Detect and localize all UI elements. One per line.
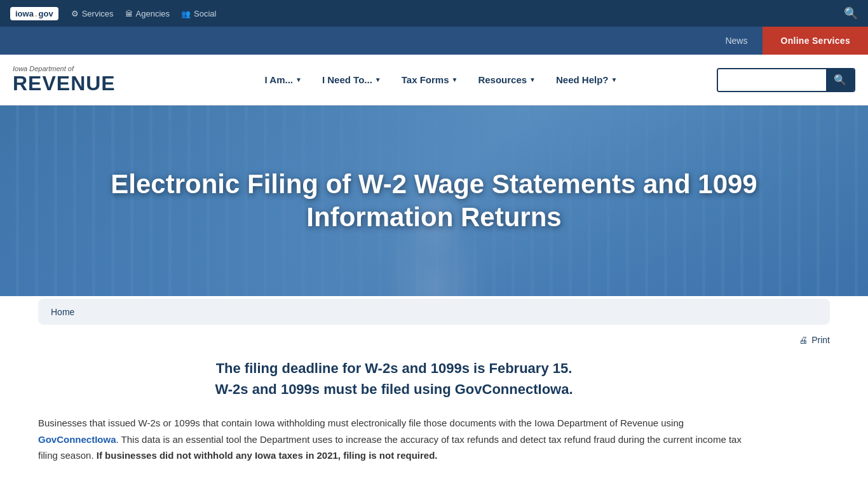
chevron-down-icon: ▼ [611,76,618,83]
search-icon-top[interactable]: 🔍 [844,6,858,20]
main-nav-links: I Am... ▼ I Need To... ▼ Tax Forms ▼ Res… [165,69,717,90]
nav-i-need-to-label: I Need To... [322,74,372,85]
nav-i-am[interactable]: I Am... ▼ [256,69,311,90]
nav-resources[interactable]: Resources ▼ [469,69,545,90]
chevron-down-icon: ▼ [529,76,536,83]
chevron-down-icon: ▼ [451,76,458,83]
services-nav-link[interactable]: Services [71,9,114,18]
online-services-button[interactable]: Online Services [763,27,868,55]
chevron-down-icon: ▼ [295,76,302,83]
bank-icon [125,9,133,18]
deadline-line2: W-2s and 1099s must be filed using GovCo… [38,379,750,400]
nav-need-help-label: Need Help? [556,74,609,85]
site-logo[interactable]: Iowa Department of Revenue [13,65,140,95]
nav-i-need-to[interactable]: I Need To... ▼ [313,69,390,90]
bold-warning: If businesses did not withhold any Iowa … [97,450,438,461]
hero-content: Electronic Filing of W-2 Wage Statements… [15,168,853,234]
search-button[interactable]: 🔍 [826,69,854,91]
agencies-nav-link[interactable]: Agencies [125,9,170,18]
body-paragraph: Businesses that issued W-2s or 1099s tha… [38,415,750,464]
print-icon [799,335,808,345]
nav-i-am-label: I Am... [265,74,293,85]
nav-resources-label: Resources [478,74,527,85]
top-bar-left: iowa.gov Services Agencies Social [10,7,216,20]
social-nav-link[interactable]: Social [181,9,216,18]
nav-tax-forms-label: Tax Forms [402,74,449,85]
print-row: Print [0,325,868,345]
top-bar: iowa.gov Services Agencies Social 🔍 [0,0,868,27]
hero-title: Electronic Filing of W-2 Wage Statements… [53,168,815,234]
print-label: Print [811,335,830,345]
top-bar-right: 🔍 [844,6,858,20]
body-before-link: Businesses that issued W-2s or 1099s tha… [38,417,684,428]
logo-dot: . [35,9,37,18]
deadline-line1: The filing deadline for W-2s and 1099s i… [38,358,750,379]
social-nav-label: Social [194,9,216,18]
top-bar-nav: Services Agencies Social [71,9,217,18]
nav-tax-forms[interactable]: Tax Forms ▼ [393,69,467,90]
breadcrumb: Home [38,299,830,325]
main-content: The filing deadline for W-2s and 1099s i… [0,345,788,488]
secondary-bar: News Online Services [0,27,868,55]
logo-iowa: iowa [15,9,34,18]
hero-section: Electronic Filing of W-2 Wage Statements… [0,105,868,296]
services-nav-label: Services [82,9,114,18]
main-nav: Iowa Department of Revenue I Am... ▼ I N… [0,55,868,105]
iowa-gov-logo[interactable]: iowa.gov [10,7,58,20]
print-button[interactable]: Print [799,335,830,345]
chevron-down-icon: ▼ [375,76,381,83]
search-bar: 🔍 [717,68,855,92]
breadcrumb-home-link[interactable]: Home [51,307,74,317]
search-input[interactable] [718,69,826,91]
social-icon [181,9,191,18]
content-wrapper: Home Print The filing deadline for W-2s … [0,299,868,488]
logo-revenue: Revenue [13,72,140,95]
news-link[interactable]: News [710,27,763,55]
agencies-nav-label: Agencies [136,9,170,18]
filing-deadline-block: The filing deadline for W-2s and 1099s i… [38,358,750,400]
govconnectiowa-link[interactable]: GovConnectIowa [38,434,116,445]
nav-need-help[interactable]: Need Help? ▼ [547,69,626,90]
gear-icon [71,9,79,18]
logo-gov: gov [39,9,53,18]
